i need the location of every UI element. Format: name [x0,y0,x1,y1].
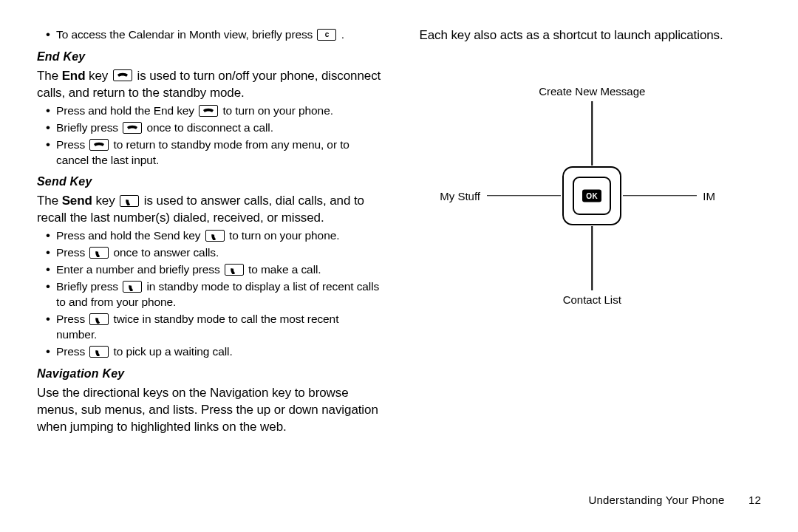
ok-button-icon: OK [582,189,601,202]
diagram-line [623,195,697,197]
nav-down-label: Contact List [563,293,621,306]
navigation-key-body: Use the directional keys on the Navigati… [37,385,383,436]
end-key-icon [123,122,142,134]
send-key-icon [225,264,244,276]
end-key-icon [199,105,218,117]
shortcut-intro: Each key also acts as a shortcut to laun… [420,27,765,44]
send-key-bullet: Enter a number and briefly press to make… [37,262,383,278]
send-key-icon [89,313,109,325]
end-key-icon [113,69,132,81]
end-key-body: The End key is used to turn on/off your … [37,68,383,102]
right-column: Each key also acts as a shortcut to laun… [401,26,765,532]
end-key-bullet: Press to return to standby mode from any… [37,137,383,168]
page-footer: Understanding Your Phone 12 [588,494,761,506]
left-column: To access the Calendar in Month view, br… [37,26,401,532]
nav-key-outline: OK [562,166,621,225]
send-key-bullet: Press twice in standby mode to call the … [37,312,383,343]
send-key-icon [89,346,109,358]
navigation-key-heading: Navigation Key [37,367,383,381]
send-key-icon [89,247,109,259]
diagram-line [487,195,561,197]
end-key-bullet: Press and hold the End key to turn on yo… [37,103,383,119]
send-key-icon [120,195,139,207]
send-key-icon [123,281,142,293]
send-key-bullet: Briefly press in standby mode to display… [37,279,383,310]
diagram-line [592,101,593,166]
send-key-bullet: Press to pick up a waiting call. [37,344,383,360]
end-key-heading: End Key [37,50,383,64]
intro-bullet: To access the Calendar in Month view, br… [37,27,383,43]
nav-up-label: Create New Message [539,85,645,98]
send-key-bullet: Press once to answer calls. [37,245,383,261]
nav-left-label: My Stuff [440,189,480,202]
navigation-key-diagram: OK Create New Message Contact List My St… [444,85,740,307]
c-key-icon [317,29,336,41]
send-key-bullet: Press and hold the Send key to turn on y… [37,228,383,244]
send-key-heading: Send Key [37,175,383,188]
text: To access the Calendar in Month view, br… [56,28,316,41]
nav-right-label: IM [703,189,715,202]
diagram-line [592,226,593,290]
send-key-icon [205,230,225,242]
footer-section: Understanding Your Phone [588,494,724,506]
end-key-bullet: Briefly press once to disconnect a call. [37,120,383,136]
footer-page-number: 12 [748,494,761,506]
text: . [341,28,344,41]
end-key-icon [89,139,109,151]
send-key-body: The Send key is used to answer calls, di… [37,193,383,227]
